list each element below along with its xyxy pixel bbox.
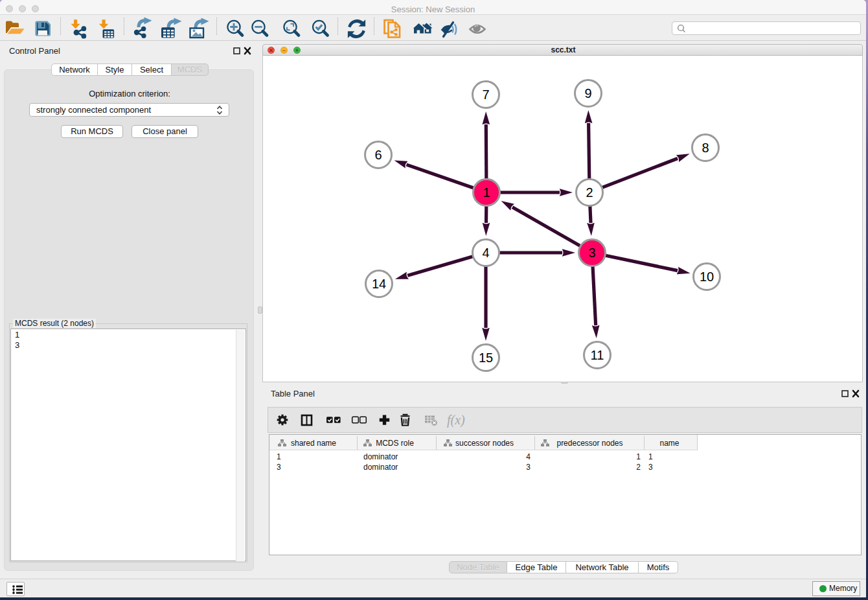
svg-text:1: 1 xyxy=(483,185,490,200)
svg-text:3: 3 xyxy=(588,246,595,260)
svg-text:14: 14 xyxy=(372,277,386,291)
svg-text:f(x): f(x) xyxy=(447,413,465,428)
svg-text:11: 11 xyxy=(591,348,604,362)
svg-text:2: 2 xyxy=(586,185,593,200)
svg-text:10: 10 xyxy=(700,270,714,284)
svg-text:15: 15 xyxy=(479,351,493,365)
svg-text:8: 8 xyxy=(702,141,709,155)
svg-text:9: 9 xyxy=(584,86,591,100)
svg-text:6: 6 xyxy=(374,148,382,162)
svg-text:4: 4 xyxy=(482,246,489,260)
svg-text:7: 7 xyxy=(482,87,489,102)
